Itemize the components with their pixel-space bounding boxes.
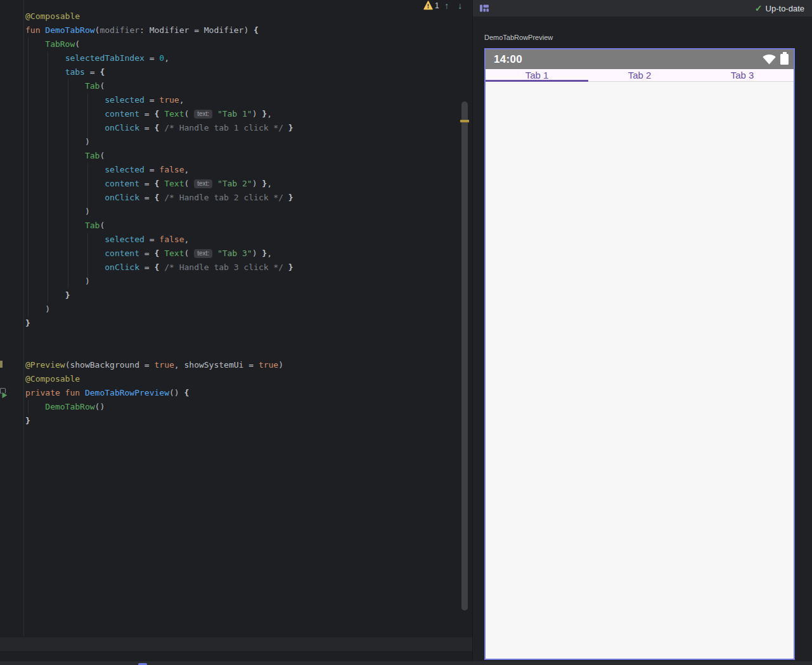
next-problem-arrow-icon[interactable]: ↓ <box>454 1 466 10</box>
grid-layout-icon[interactable] <box>480 4 489 12</box>
warning-icon <box>423 1 433 10</box>
inspection-widget[interactable]: 1 ↑ ↓ <box>423 0 466 11</box>
code-line[interactable]: ) <box>0 205 472 219</box>
preview-tab: Tab 2 <box>588 69 691 81</box>
code-line[interactable] <box>0 330 472 344</box>
phone-status-bar: 14:00 <box>486 49 794 69</box>
code-line[interactable]: fun DemoTabRow(modifier: Modifier = Modi… <box>0 23 472 37</box>
phone-content-area <box>486 82 794 658</box>
preview-tab: Tab 3 <box>691 69 794 81</box>
code-line[interactable]: onClick = { /* Handle tab 3 click */ } <box>0 261 472 274</box>
code-line[interactable]: onClick = { /* Handle tab 1 click */ } <box>0 121 472 135</box>
tab-label: Tab 3 <box>731 70 754 81</box>
code-line[interactable]: content = { Text( text: "Tab 1") }, <box>0 107 472 121</box>
code-line[interactable]: selected = false, <box>0 163 472 177</box>
tab-indicator <box>486 80 588 82</box>
run-preview-icon[interactable] <box>0 387 9 399</box>
build-status-badge[interactable]: ✓ Up-to-date <box>755 3 804 13</box>
phone-preview-frame[interactable]: 14:00 Tab 1 Tab 2 Tab 3 <box>484 48 795 660</box>
code-line[interactable]: ) <box>0 302 472 316</box>
code-line[interactable]: tabs = { <box>0 65 472 79</box>
code-lines: @Composablefun DemoTabRow(modifier: Modi… <box>0 10 472 428</box>
editor-bottom-band <box>0 636 472 651</box>
code-line[interactable]: Tab( <box>0 79 472 93</box>
warning-count: 1 <box>435 1 439 10</box>
check-icon: ✓ <box>755 3 763 13</box>
scrollbar-warning-mark[interactable] <box>460 120 469 122</box>
code-line[interactable]: private fun DemoTabRowPreview() { <box>0 386 472 400</box>
compose-preview-panel: ✓ Up-to-date DemoTabRowPreview 14:00 Tab… <box>472 0 812 665</box>
code-line[interactable]: onClick = { /* Handle tab 2 click */ } <box>0 191 472 205</box>
wifi-icon <box>763 55 776 65</box>
build-status-label: Up-to-date <box>766 4 804 13</box>
phone-tab-row: Tab 1 Tab 2 Tab 3 <box>486 69 794 82</box>
code-line[interactable]: ) <box>0 274 472 288</box>
code-line[interactable]: content = { Text( text: "Tab 3") }, <box>0 247 472 261</box>
code-line[interactable]: Tab( <box>0 219 472 233</box>
code-line[interactable]: @Composable <box>0 372 472 386</box>
code-line[interactable]: DemoTabRow() <box>0 400 472 414</box>
code-line[interactable] <box>0 344 472 358</box>
code-editor[interactable]: @Composablefun DemoTabRow(modifier: Modi… <box>0 0 472 665</box>
phone-clock: 14:00 <box>494 53 522 66</box>
statusbar-icons <box>763 54 789 65</box>
code-line[interactable]: @Composable <box>0 10 472 23</box>
code-line[interactable]: content = { Text( text: "Tab 2") }, <box>0 177 472 191</box>
code-line[interactable]: } <box>0 414 472 428</box>
tab-label: Tab 1 <box>525 70 549 81</box>
code-line[interactable]: } <box>0 288 472 302</box>
gutter-annotation-mark <box>0 361 3 368</box>
preview-name-label[interactable]: DemoTabRowPreview <box>484 34 553 41</box>
code-line[interactable]: TabRow( <box>0 37 472 51</box>
code-line[interactable]: Tab( <box>0 149 472 163</box>
code-line[interactable]: @Preview(showBackground = true, showSyst… <box>0 358 472 372</box>
tab-label: Tab 2 <box>628 70 652 81</box>
preview-toolbar: ✓ Up-to-date <box>473 0 812 16</box>
previous-problem-arrow-icon[interactable]: ↑ <box>441 1 453 10</box>
code-line[interactable]: ) <box>0 135 472 149</box>
code-line[interactable]: selected = true, <box>0 93 472 107</box>
code-line[interactable]: selectedTabIndex = 0, <box>0 51 472 65</box>
bottom-status-strip <box>0 661 812 665</box>
code-line[interactable]: } <box>0 316 472 330</box>
battery-icon <box>780 54 789 65</box>
preview-tab: Tab 1 <box>486 69 588 81</box>
editor-scrollbar[interactable] <box>461 101 468 610</box>
code-line[interactable]: selected = false, <box>0 233 472 247</box>
